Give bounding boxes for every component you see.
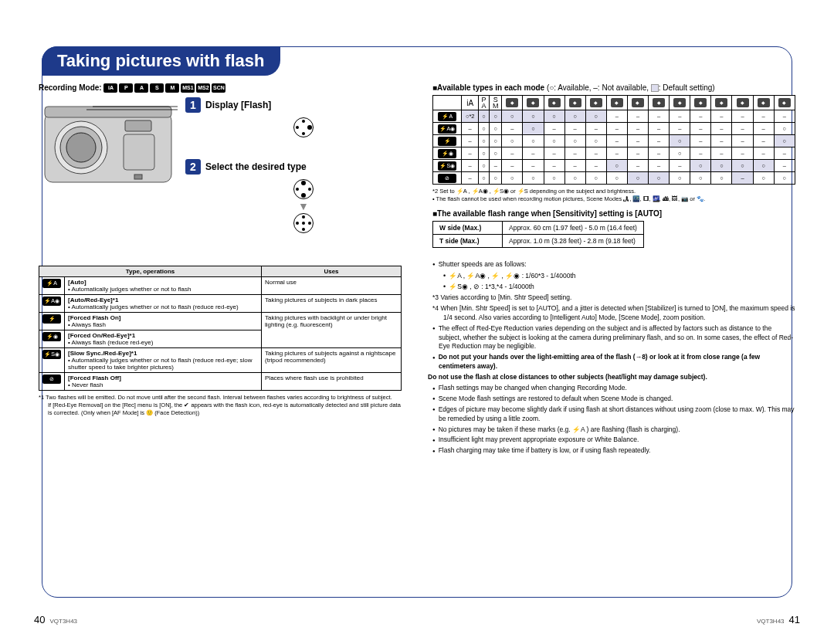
note-n9: Flash charging may take time if battery …: [432, 446, 795, 456]
mode-cell: –: [606, 147, 627, 160]
note-shutter-b: ⚡S◉ , ⊘ : 1*3,*4 - 1/4000th: [432, 282, 795, 292]
mode-cell: –: [711, 110, 732, 123]
mode-cell: –: [670, 110, 690, 123]
bullet-notes: Shutter speeds are as follows: ⚡A , ⚡A◉ …: [432, 260, 795, 456]
mode-cell: ○: [774, 172, 795, 185]
recording-mode-line: Recording Mode: iAPASMMS1MS2SCN: [39, 83, 402, 93]
table-row: ⚡–○○○○○○○–––○––––○: [433, 135, 795, 147]
mode-col-header: ◆: [649, 96, 670, 110]
legend-text: (○: Available, –: Not available,: [547, 83, 649, 92]
mode-cell: –: [732, 172, 753, 185]
mode-cell: ○: [478, 110, 489, 123]
svg-rect-5: [125, 120, 151, 131]
mode-cell: –: [544, 147, 564, 160]
mode-cell: –: [627, 160, 648, 172]
range-header: ■The available flash range when [Sensiti…: [432, 209, 795, 218]
ops-use-cell: Taking pictures of subjects against a ni…: [262, 348, 402, 373]
dpad-icon: [205, 116, 402, 139]
recording-mode-label: Recording Mode:: [39, 83, 102, 92]
step-1-number: 1: [185, 97, 201, 113]
page-title: Taking pictures with flash: [42, 46, 280, 76]
mode-icon-MS1: MS1: [181, 83, 195, 93]
mode-cell: –: [690, 123, 711, 135]
mode-cell: ○: [585, 135, 606, 147]
ops-use-cell: Taking pictures of subjects in dark plac…: [262, 295, 402, 313]
mode-cell: –: [690, 110, 711, 123]
mode-col-header: ◆: [523, 96, 544, 110]
note-star4: *4 When [Min. Shtr Speed] is set to [AUT…: [432, 304, 795, 323]
recording-mode-icons: iAPASMMS1MS2SCN: [103, 83, 225, 93]
mode-cell: –: [690, 147, 711, 160]
table-row: T side (Max.)Approx. 1.0 m (3.28 feet) -…: [433, 234, 644, 247]
table-row: W side (Max.)Approx. 60 cm (1.97 feet) -…: [433, 221, 644, 234]
mode-cell: ○: [690, 172, 711, 185]
mode-cell: –: [606, 135, 627, 147]
table-row: ⚡A◉[Auto/Red-Eye]*1• Automatically judge…: [39, 295, 402, 313]
mode-cell: ○: [502, 135, 523, 147]
mode-cell: –: [627, 147, 648, 160]
mode-cell: –: [606, 110, 627, 123]
mode-cell: ○: [774, 123, 795, 135]
mode-icon-M: M: [165, 83, 179, 93]
avail-note-2: • The flash cannot be used when recordin…: [432, 195, 795, 203]
mode-icon-A: A: [134, 83, 148, 93]
mode-cell: ○: [774, 135, 795, 147]
mode-cell: ○*2: [462, 110, 478, 123]
range-table: W side (Max.)Approx. 60 cm (1.97 feet) -…: [432, 221, 644, 248]
mode-cell: ○: [564, 172, 585, 185]
mode-cell: ○: [585, 172, 606, 185]
mode-col-header: ◆: [606, 96, 627, 110]
mode-cell: –: [774, 160, 795, 172]
step-1: 1 Display [Flash]: [185, 97, 402, 139]
mode-availability-table: iAPASM◆◆◆◆◆◆◆◆◆◆◆◆◆◆ ⚡A○*2○○○○○○○–––––––…: [432, 95, 795, 185]
mode-cell: –: [774, 110, 795, 123]
mode-cell: –: [690, 135, 711, 147]
mode-col-header: ◆: [774, 96, 795, 110]
mode-cell: –: [732, 110, 753, 123]
ops-header-type: Type, operations: [39, 266, 262, 277]
right-column: ■Available types in each mode (○: Availa…: [425, 83, 803, 598]
mode-cell: ○: [606, 172, 627, 185]
mode-cell: –: [627, 110, 648, 123]
mode-cell: ○: [490, 172, 502, 185]
mode-cell: –: [502, 147, 523, 160]
ops-type-cell: [Forced Flash On]• Always flash: [65, 313, 262, 330]
mode-cell: ○: [564, 135, 585, 147]
flash-icon: ⚡A: [42, 279, 61, 288]
mode-cell: –: [753, 123, 774, 135]
mode-cell: –: [462, 172, 478, 185]
mode-cell: ○: [478, 123, 489, 135]
camera-and-steps: 1 Display [Flash] 2 Select the desired t…: [39, 97, 402, 255]
mode-cell: ○: [690, 160, 711, 172]
mode-cell: –: [585, 123, 606, 135]
mode-cell: –: [502, 160, 523, 172]
mode-icon-P: P: [119, 83, 133, 93]
mode-cell: –: [627, 135, 648, 147]
mode-cell: ○: [753, 172, 774, 185]
table-row: ⚡A[Auto]• Automatically judges whether o…: [39, 277, 402, 295]
table-row: ⚡[Forced Flash On]• Always flashTaking p…: [39, 313, 402, 330]
table-row: ⊘[Forced Flash Off]• Never flashPlaces w…: [39, 373, 402, 391]
legend-default-text: : Default setting): [659, 83, 715, 92]
mode-col-header: ◆: [670, 96, 690, 110]
mode-cell: ○: [606, 160, 627, 172]
doc-id-right: VQT3H43: [757, 618, 785, 625]
flash-icon: ⚡: [42, 314, 61, 324]
mode-cell: –: [462, 135, 478, 147]
flash-icon: ⚡S◉: [438, 161, 456, 171]
range-label: W side (Max.): [433, 221, 503, 234]
flash-icon: ⊘: [42, 375, 61, 384]
mode-cell: ○: [564, 110, 585, 123]
range-label: T side (Max.): [433, 234, 503, 247]
mode-col-header: ◆: [690, 96, 711, 110]
available-header: ■Available types in each mode (○: Availa…: [432, 83, 795, 92]
range-value: Approx. 1.0 m (3.28 feet) - 2.8 m (9.18 …: [503, 234, 644, 247]
flash-icon: ⊘: [438, 174, 456, 183]
svg-rect-1: [45, 107, 171, 117]
table-row: ⚡S◉–○––––––○–––○○○○–: [433, 160, 795, 172]
mode-cell: ○: [711, 172, 732, 185]
table-row: ⚡S◉[Slow Sync./Red-Eye]*1• Automatically…: [39, 348, 402, 373]
ops-use-cell: Taking pictures with backlight or under …: [262, 313, 402, 348]
note-redeye: The effect of Red-Eye Reduction varies d…: [432, 324, 795, 352]
mode-cell: –: [627, 123, 648, 135]
